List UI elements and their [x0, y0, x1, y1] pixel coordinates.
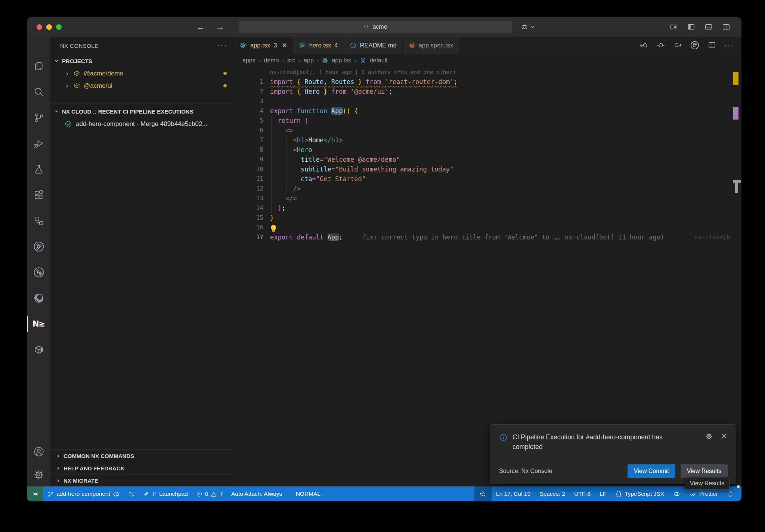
- sidebar-more-actions-button[interactable]: ···: [217, 41, 227, 50]
- navigate-forward-button[interactable]: →: [216, 22, 224, 31]
- code-line[interactable]: 7 <h1>Home</h1>: [234, 135, 741, 145]
- code-line[interactable]: 12 />: [234, 184, 741, 194]
- close-icon[interactable]: [720, 432, 728, 440]
- breadcrumb-item[interactable]: src: [287, 57, 295, 64]
- git-compare-item[interactable]: [124, 486, 139, 501]
- git-blame-edge: nx-cloud[b: [694, 232, 730, 242]
- breadcrumb-item[interactable]: demo: [264, 57, 279, 64]
- maximize-window-button[interactable]: [56, 24, 62, 30]
- line-number: 13: [234, 194, 263, 203]
- code-line[interactable]: 1import { Route, Routes } from 'react-ro…: [234, 77, 741, 87]
- activity-source-control[interactable]: [27, 105, 50, 130]
- search-icon: [363, 24, 369, 30]
- previous-change-icon[interactable]: [639, 41, 648, 50]
- code-line[interactable]: 17export default App;fix: correct typo i…: [234, 232, 741, 242]
- modified-dot: [223, 84, 227, 87]
- customize-layout-icon[interactable]: [669, 23, 678, 31]
- activity-nx-console[interactable]: N≥: [27, 311, 50, 337]
- toggle-panel-icon[interactable]: [704, 23, 713, 31]
- tab-readme-md[interactable]: README.md: [344, 37, 403, 54]
- activity-extensions[interactable]: [27, 182, 50, 208]
- vim-mode-item[interactable]: -- NORMAL --: [286, 486, 330, 501]
- activity-search[interactable]: [27, 79, 50, 105]
- code-line[interactable]: 15}: [234, 213, 741, 223]
- command-center-search[interactable]: acme: [239, 21, 512, 33]
- activity-remote-explorer[interactable]: [27, 208, 50, 233]
- code-line[interactable]: 10 subtitle="Build something amazing tod…: [234, 164, 741, 174]
- project-item-acme-ui[interactable]: › @acme/ui: [50, 80, 234, 92]
- branch-status-item[interactable]: add-hero-component: [43, 486, 124, 501]
- code-line[interactable]: 4export function App() {: [234, 106, 741, 116]
- launchpad-item[interactable]: Launchpad: [139, 486, 192, 501]
- code-line[interactable]: 16: [234, 223, 741, 232]
- section-nx-migrate[interactable]: › NX MIGRATE: [50, 474, 234, 486]
- rocket-icon: [143, 491, 149, 497]
- close-window-button[interactable]: [37, 24, 42, 30]
- code-text: <Hero: [263, 145, 312, 155]
- auto-attach-item[interactable]: Auto Attach: Always: [227, 486, 286, 501]
- chevron-collapsed-icon: ›: [65, 70, 70, 77]
- code-line[interactable]: 9 title="Welcome @acme/demo": [234, 155, 741, 164]
- pipeline-execution-item[interactable]: add-hero-component - Merge 409b44e5cb02.…: [50, 118, 234, 130]
- zoom-indicator[interactable]: [474, 486, 492, 501]
- encoding-item[interactable]: UTF-8: [570, 486, 595, 501]
- section-help-and-feedback[interactable]: › HELP AND FEEDBACK: [50, 462, 234, 474]
- problems-item[interactable]: 0 7: [192, 486, 227, 501]
- gitlens-graph-icon[interactable]: [690, 40, 700, 50]
- code-line[interactable]: 13 </>: [234, 194, 741, 203]
- eol-item[interactable]: LF: [595, 486, 611, 501]
- navigate-back-button[interactable]: ←: [196, 22, 205, 31]
- code-line[interactable]: 11 cta="Get Started": [234, 174, 741, 184]
- activity-testing[interactable]: [27, 156, 50, 182]
- current-change-icon[interactable]: [656, 41, 665, 50]
- settings-button[interactable]: [27, 463, 50, 486]
- copilot-status-item[interactable]: [669, 486, 685, 501]
- copilot-menu-button[interactable]: [520, 23, 535, 31]
- activity-run-debug[interactable]: [27, 130, 50, 156]
- accounts-button[interactable]: [27, 440, 50, 463]
- cursor-position-item[interactable]: Ln 17, Col 19: [492, 486, 535, 501]
- remote-indicator[interactable]: ><: [27, 486, 43, 501]
- code-line[interactable]: 6 <>: [234, 126, 741, 135]
- projects-section-header[interactable]: › PROJECTS: [50, 55, 234, 67]
- code-line[interactable]: 3: [234, 96, 741, 106]
- nx-cloud-section-header[interactable]: › NX CLOUD :: RECENT CI PIPELINE EXECUTI…: [50, 105, 234, 118]
- overview-warning-mark: [733, 72, 738, 85]
- activity-edge-devtools[interactable]: [27, 285, 50, 311]
- view-commit-button[interactable]: View Commit: [628, 464, 675, 478]
- breadcrumb-item[interactable]: app.tsx: [332, 57, 351, 64]
- lightbulb-icon[interactable]: [271, 225, 276, 230]
- split-editor-icon[interactable]: [707, 41, 716, 50]
- code-text: <h1>Home</h1>: [263, 135, 343, 145]
- notification-settings-gear-icon[interactable]: [705, 432, 713, 440]
- breadcrumb-item[interactable]: apps: [242, 57, 255, 64]
- close-tab-icon[interactable]: ✕: [282, 41, 287, 49]
- next-change-icon[interactable]: [673, 41, 682, 50]
- code-area[interactable]: nx-cloud[bot], 1 hour ago | 2 authors (Y…: [234, 67, 741, 486]
- project-item-acme-demo[interactable]: › @acme/demo: [50, 67, 234, 80]
- minimize-window-button[interactable]: [46, 24, 52, 30]
- code-text: title="Welcome @acme/demo": [263, 155, 400, 164]
- breadcrumb-item[interactable]: default: [370, 57, 388, 64]
- tab-app-spec-tsx[interactable]: app.spec.tsx: [403, 37, 459, 54]
- activity-gitlens[interactable]: [27, 233, 50, 259]
- tab-hero-tsx[interactable]: hero.tsx 4: [293, 37, 344, 54]
- code-line[interactable]: 2import { Hero } from '@acme/ui';: [234, 87, 741, 96]
- activity-containers[interactable]: [27, 337, 50, 362]
- view-results-button[interactable]: View Results: [681, 464, 728, 478]
- code-line[interactable]: 5 return (: [234, 116, 741, 126]
- code-line[interactable]: 14 );: [234, 203, 741, 213]
- activity-gitlens-inspect[interactable]: [27, 259, 50, 285]
- code-line[interactable]: 8 <Hero: [234, 145, 741, 155]
- indentation-item[interactable]: Spaces: 2: [535, 486, 570, 501]
- nx-logo-icon: N≥: [32, 319, 45, 328]
- toggle-primary-sidebar-icon[interactable]: [687, 23, 695, 31]
- section-common-nx-commands[interactable]: › COMMON NX COMMANDS: [50, 449, 234, 462]
- run-debug-icon: [33, 138, 44, 149]
- more-actions-icon[interactable]: ···: [724, 41, 734, 50]
- activity-explorer[interactable]: [27, 53, 50, 79]
- tab-app-tsx[interactable]: app.tsx 3 ✕: [234, 37, 293, 54]
- breadcrumb-item[interactable]: app: [304, 57, 314, 64]
- language-mode-item[interactable]: {} TypeScript JSX: [611, 486, 669, 501]
- toggle-secondary-sidebar-icon[interactable]: [722, 23, 730, 31]
